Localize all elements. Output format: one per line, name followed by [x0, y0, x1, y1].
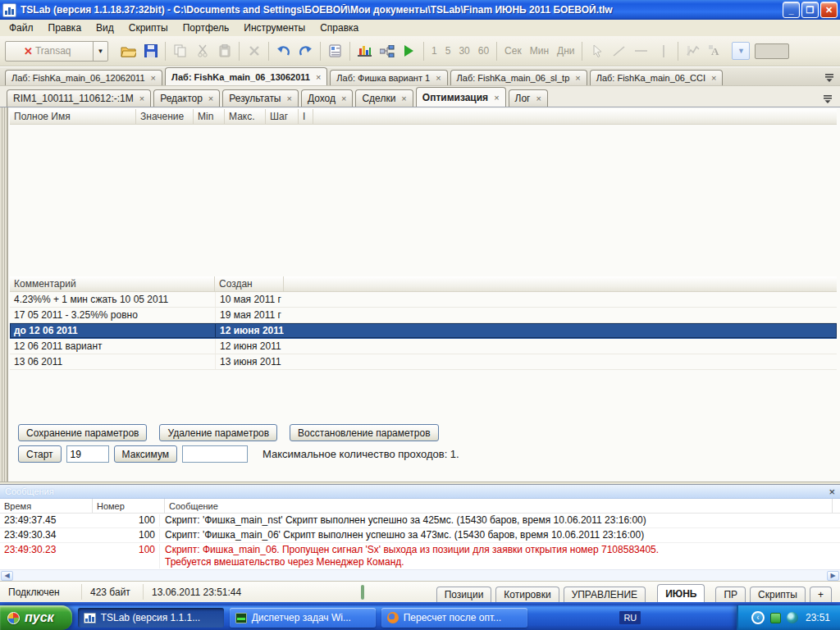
- maximum-button[interactable]: Максимум: [114, 445, 177, 463]
- lab-tab-3-close-icon[interactable]: ×: [436, 73, 441, 83]
- save-params-button[interactable]: Сохранение параметров: [18, 424, 147, 441]
- view-tab-overflow-icon[interactable]: [822, 94, 833, 104]
- vline-tool-button[interactable]: [653, 41, 673, 62]
- messages-hscrollbar[interactable]: ◀ ▶: [0, 569, 840, 581]
- trendline-tool-button[interactable]: [609, 41, 629, 62]
- menu-help[interactable]: Справка: [313, 21, 366, 35]
- open-button[interactable]: [118, 41, 139, 62]
- period-60-button[interactable]: 60: [475, 45, 492, 57]
- minimize-button[interactable]: _: [783, 2, 800, 18]
- chart-button[interactable]: [354, 41, 375, 62]
- comment-row-5[interactable]: 13 06 2011 13 июня 2011: [10, 354, 837, 370]
- workspace-tab-scripts[interactable]: Скрипты: [750, 587, 806, 603]
- run-button[interactable]: [399, 41, 419, 62]
- lab-tab-2[interactable]: Лаб: FishKa_main_06_13062011×: [165, 67, 327, 85]
- cut-button[interactable]: [192, 41, 212, 62]
- param-col-value[interactable]: Значение: [136, 109, 194, 124]
- comment-row-2[interactable]: 17 05 2011 - 3.25%% ровно 19 мая 2011 г: [10, 308, 837, 323]
- menu-file[interactable]: Файл: [2, 21, 41, 35]
- copy-button[interactable]: [170, 41, 190, 62]
- menu-portfolio[interactable]: Портфель: [176, 21, 237, 35]
- view-tab-results-close-icon[interactable]: ×: [287, 94, 292, 103]
- view-tab-trades-close-icon[interactable]: ×: [401, 94, 406, 103]
- properties-button[interactable]: [325, 41, 345, 62]
- start-count-input[interactable]: [66, 445, 109, 463]
- paste-button[interactable]: [214, 41, 235, 62]
- view-tab-results[interactable]: Результаты×: [222, 89, 299, 107]
- comment-row-3-selected[interactable]: до 12 06 2011 12 июня 2011: [10, 323, 837, 339]
- view-tab-editor-close-icon[interactable]: ×: [208, 94, 213, 103]
- param-col-step[interactable]: Шаг: [266, 109, 299, 124]
- script-scheme-button[interactable]: [377, 41, 397, 62]
- menu-tools[interactable]: Инструменты: [236, 21, 313, 35]
- scroll-right-icon[interactable]: ▶: [827, 571, 839, 581]
- undo-button[interactable]: [273, 41, 294, 62]
- period-5-button[interactable]: 5: [442, 45, 454, 57]
- view-tab-income[interactable]: Доход×: [301, 89, 354, 107]
- workspace-tab-control[interactable]: УПРАВЛЕНИЕ: [564, 587, 646, 603]
- view-tab-optimization[interactable]: Оптимизация×: [416, 87, 506, 107]
- view-tab-trades[interactable]: Сделки×: [355, 89, 413, 107]
- restore-button[interactable]: ❐: [801, 2, 819, 18]
- transaq-combo[interactable]: ✕ Transaq ▼: [5, 41, 108, 62]
- start-button[interactable]: Старт: [18, 445, 62, 463]
- messages-col-time[interactable]: Время: [0, 501, 92, 511]
- comments-col-created[interactable]: Создан: [215, 276, 284, 291]
- comment-row-4[interactable]: 12 06 2011 вариант 12 июня 2011: [10, 339, 837, 354]
- delete-button[interactable]: [244, 41, 264, 62]
- tray-green-app-icon[interactable]: [770, 613, 781, 623]
- lab-tab-4[interactable]: Лаб: FishKa_main_06_sl_tp×: [450, 70, 587, 85]
- lab-tab-overflow-icon[interactable]: [824, 73, 835, 83]
- messages-close-icon[interactable]: ×: [829, 487, 835, 496]
- param-col-fullname[interactable]: Полное Имя: [10, 109, 136, 124]
- view-tab-income-close-icon[interactable]: ×: [341, 94, 346, 103]
- lab-tab-1-close-icon[interactable]: ×: [151, 73, 156, 83]
- workspace-tab-quotes[interactable]: Котировки: [495, 587, 559, 603]
- lab-tab-5[interactable]: Лаб: FishKa_main_06_CCI×: [590, 70, 724, 85]
- tray-round-app-icon[interactable]: [787, 612, 798, 623]
- comment-row-1[interactable]: 4.23%% + 1 мин сжать 10 05 2011 10 мая 2…: [10, 292, 837, 308]
- delete-params-button[interactable]: Удаление параметров: [159, 424, 277, 441]
- comments-col-comment[interactable]: Комментарий: [10, 276, 215, 291]
- tray-hide-icons-icon[interactable]: ‹: [751, 611, 765, 624]
- messages-col-number[interactable]: Номер: [92, 499, 164, 513]
- workspace-tab-june[interactable]: ИЮНЬ: [657, 584, 705, 603]
- task-tslab[interactable]: TSLab (версия 1.1.1...: [78, 608, 224, 628]
- indicator-tool-button[interactable]: [682, 41, 703, 62]
- menu-scripts[interactable]: Скрипты: [121, 21, 176, 35]
- messages-col-message[interactable]: Сообщение: [164, 499, 832, 513]
- lab-tab-3[interactable]: Лаб: Фишка вариант 1×: [330, 70, 447, 85]
- param-col-min[interactable]: Min: [194, 109, 225, 124]
- text-tool-button[interactable]: A: [705, 41, 725, 62]
- lab-tab-5-close-icon[interactable]: ×: [711, 73, 716, 83]
- period-1-button[interactable]: 1: [428, 45, 441, 57]
- chevron-down-icon[interactable]: ▼: [732, 42, 750, 60]
- lab-tab-1[interactable]: Лаб: FishKa_main_06_12062011×: [5, 70, 162, 85]
- left-splitter[interactable]: [0, 107, 8, 482]
- close-button[interactable]: ✕: [820, 2, 838, 18]
- language-indicator[interactable]: RU: [619, 611, 641, 624]
- save-button[interactable]: [140, 41, 161, 62]
- restore-params-button[interactable]: Восстановление параметров: [290, 424, 438, 441]
- hline-tool-button[interactable]: [631, 41, 651, 62]
- view-tab-log-close-icon[interactable]: ×: [536, 94, 541, 103]
- task-taskmanager[interactable]: Диспетчер задач Wi...: [230, 608, 376, 628]
- period-30-button[interactable]: 30: [455, 45, 472, 57]
- lab-tab-2-close-icon[interactable]: ×: [316, 72, 321, 82]
- view-tab-editor[interactable]: Редактор×: [153, 89, 220, 107]
- timeframe-sec-button[interactable]: Сек: [501, 45, 525, 57]
- workspace-tab-add[interactable]: +: [810, 587, 832, 603]
- scroll-left-icon[interactable]: ◀: [1, 571, 13, 581]
- workspace-tab-positions[interactable]: Позиции: [436, 587, 492, 603]
- cursor-tool-button[interactable]: [587, 41, 607, 62]
- redo-button[interactable]: [295, 41, 316, 62]
- view-tab-instrument[interactable]: RIM1_100111_110612:-:1M×: [7, 89, 151, 107]
- view-tab-optimization-close-icon[interactable]: ×: [494, 93, 499, 103]
- transaq-dropdown-icon[interactable]: ▼: [94, 48, 107, 55]
- task-browser[interactable]: Пересчет после опт...: [381, 608, 527, 628]
- view-tab-instrument-close-icon[interactable]: ×: [139, 94, 144, 103]
- param-col-max[interactable]: Макс.: [225, 109, 266, 124]
- timeframe-min-button[interactable]: Мин: [527, 45, 552, 57]
- timeframe-day-button[interactable]: Дни: [554, 45, 578, 57]
- menu-edit[interactable]: Правка: [41, 21, 89, 35]
